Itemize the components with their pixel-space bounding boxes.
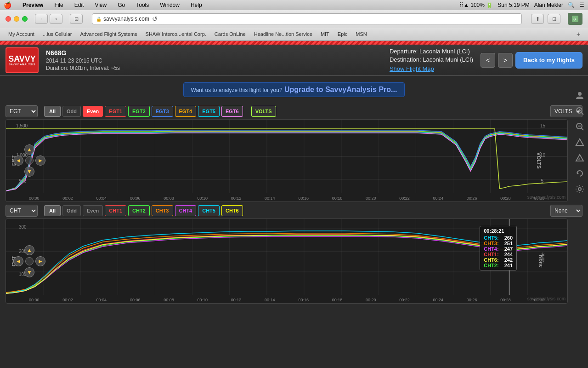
- tooltip-row-cht1: CHT1: 244: [484, 252, 513, 257]
- prev-flight-button[interactable]: <: [481, 53, 495, 68]
- tooltip-label-cht4: CHT4:: [484, 246, 498, 252]
- fullscreen-button[interactable]: [22, 16, 28, 22]
- cht-nav-arrows: ▲ ▼ ◄ ►: [13, 245, 45, 277]
- egt-left-dropdown[interactable]: EGT: [6, 105, 38, 117]
- cht-all-button[interactable]: All: [44, 205, 61, 216]
- tab-button[interactable]: ⊡: [70, 14, 83, 24]
- sidebar-refresh-icon[interactable]: [572, 166, 587, 181]
- egt6-button[interactable]: EGT6: [221, 106, 243, 117]
- egt2-button[interactable]: EGT2: [128, 106, 150, 117]
- sidebar-user-icon[interactable]: [572, 88, 587, 103]
- bookmark-headline[interactable]: Headline Ne...tion Service: [250, 30, 316, 38]
- address-bar[interactable]: 🔒 savvyanalysis.com ↺: [92, 13, 522, 24]
- menu-tools[interactable]: Tools: [134, 2, 151, 8]
- forward-button[interactable]: ›: [50, 14, 62, 24]
- cht6-button[interactable]: CHT6: [221, 205, 243, 216]
- cht-left-dropdown[interactable]: CHT: [6, 205, 38, 217]
- savvy-logo: SAVVY SAVVY ANALYSIS: [6, 47, 39, 73]
- sidebar-settings-icon[interactable]: [572, 182, 587, 196]
- cht1-button[interactable]: CHT1: [105, 205, 126, 216]
- egt-even-button[interactable]: Even: [83, 106, 103, 117]
- bookmark-cardsonline[interactable]: Cards OnLine: [211, 30, 249, 38]
- egt-xtick-22: 00:22: [399, 196, 410, 201]
- egt5-button[interactable]: EGT5: [198, 106, 220, 117]
- search-icon[interactable]: 🔍: [568, 2, 575, 8]
- volts-button[interactable]: VOLTS: [251, 106, 276, 117]
- cht4-button[interactable]: CHT4: [175, 205, 197, 216]
- cht-xtick-12: 00:12: [231, 298, 242, 302]
- egt-odd-button[interactable]: Odd: [62, 106, 81, 117]
- tooltip-time: 00:28:21: [484, 228, 513, 234]
- cht-odd-button[interactable]: Odd: [62, 205, 81, 216]
- close-button[interactable]: [6, 16, 11, 22]
- svg-text:/t: /t: [578, 157, 580, 161]
- bookmark-msn[interactable]: MSN: [352, 30, 370, 38]
- next-flight-button[interactable]: >: [498, 53, 513, 68]
- cht-right-dropdown[interactable]: None: [550, 205, 582, 217]
- tooltip-row-cht5: CHT5: 260: [484, 235, 513, 241]
- share-button[interactable]: ⬆: [531, 14, 544, 24]
- reload-button[interactable]: ↺: [149, 14, 160, 24]
- menu-help[interactable]: Help: [189, 2, 204, 8]
- egt-ytick-right-15: 15: [540, 123, 545, 128]
- egt-xtick-18: 00:18: [332, 196, 343, 201]
- bookmark-shaw[interactable]: SHAW Interco...ental Corp.: [142, 30, 210, 38]
- datetime: Sun 5:19 PM: [498, 2, 529, 8]
- menu-icon[interactable]: ☰: [579, 2, 584, 8]
- menu-edit[interactable]: Edit: [73, 2, 86, 8]
- tooltip-val-cht1: 244: [504, 252, 513, 257]
- cht-nav-up[interactable]: ▲: [24, 245, 34, 255]
- menu-file[interactable]: File: [52, 2, 65, 8]
- tooltip-label-cht2: CHT2:: [484, 263, 498, 268]
- egt-nav-down[interactable]: ▼: [24, 167, 34, 177]
- egt-nav-up[interactable]: ▲: [24, 144, 34, 155]
- menu-window[interactable]: Window: [158, 2, 181, 8]
- cht5-button[interactable]: CHT5: [198, 205, 220, 216]
- cht-nav-right[interactable]: ►: [35, 256, 45, 266]
- egt-nav-arrows: ▲ ▼ ◄ ►: [13, 144, 45, 177]
- cht2-button[interactable]: CHT2: [128, 205, 150, 216]
- bookmark-epic[interactable]: Epic: [334, 30, 351, 38]
- bookmark-cellular[interactable]: ...ius Cellular: [39, 30, 76, 38]
- menu-go[interactable]: Go: [116, 2, 127, 8]
- egt4-button[interactable]: EGT4: [175, 106, 197, 117]
- show-flight-map-link[interactable]: Show Flight Map: [390, 65, 434, 72]
- cht-nav-down[interactable]: ▼: [24, 267, 34, 277]
- cht-x-axis: 00:00 00:02 00:04 00:06 00:08 00:10 00:1…: [29, 298, 544, 302]
- egt3-button[interactable]: EGT3: [152, 106, 173, 117]
- extension-icon[interactable]: ✈: [568, 13, 582, 25]
- cht3-button[interactable]: CHT3: [152, 205, 173, 216]
- bookmark-afs[interactable]: Advanced Flight Systems: [76, 30, 141, 38]
- cht-xtick-0: 00:00: [29, 298, 40, 302]
- window-resize-button[interactable]: ⊡: [548, 14, 560, 24]
- tooltip-val-cht3: 251: [504, 241, 513, 246]
- cht-filter-buttons: All Odd Even CHT1 CHT2 CHT3 CHT4 CHT5 CH…: [44, 205, 243, 216]
- cht-right-none-label: None: [540, 253, 545, 264]
- bookmark-mit[interactable]: MIT: [317, 30, 333, 38]
- sidebar-delta-icon[interactable]: [572, 135, 587, 150]
- bookmark-my-account[interactable]: My Account: [5, 30, 38, 38]
- cht-xtick-18: 00:18: [332, 298, 343, 302]
- egt-chart-svg[interactable]: [6, 120, 567, 193]
- sidebar-zoom-in-icon[interactable]: [572, 104, 587, 118]
- sidebar-delta-t-icon[interactable]: /t: [572, 150, 587, 165]
- cht-nav-left[interactable]: ◄: [13, 256, 23, 266]
- back-button[interactable]: ‹: [35, 14, 48, 24]
- apple-menu[interactable]: 🍎: [4, 1, 11, 9]
- egt-xtick-8: 00:08: [164, 196, 174, 201]
- egt-nav-right[interactable]: ►: [35, 155, 45, 166]
- flight-info: N668G 2014-11-23 20:15 UTC Duration: 0h3…: [46, 49, 345, 71]
- menu-view[interactable]: View: [93, 2, 108, 8]
- minimize-button[interactable]: [14, 16, 19, 22]
- svg-point-49: [578, 188, 581, 190]
- add-bookmark-button[interactable]: +: [573, 29, 583, 39]
- menu-preview[interactable]: Preview: [21, 2, 45, 8]
- cht-even-button[interactable]: Even: [83, 205, 103, 216]
- egt1-button[interactable]: EGT1: [105, 106, 126, 117]
- sidebar-zoom-out-icon[interactable]: [572, 119, 587, 134]
- browser-nav-buttons: ‹ ›: [35, 14, 62, 24]
- egt-nav-left[interactable]: ◄: [13, 155, 23, 166]
- back-to-flights-button[interactable]: Back to my flights: [515, 52, 582, 69]
- upgrade-link[interactable]: Upgrade to SavvyAnalysis Pro...: [284, 86, 397, 93]
- egt-all-button[interactable]: All: [44, 106, 61, 117]
